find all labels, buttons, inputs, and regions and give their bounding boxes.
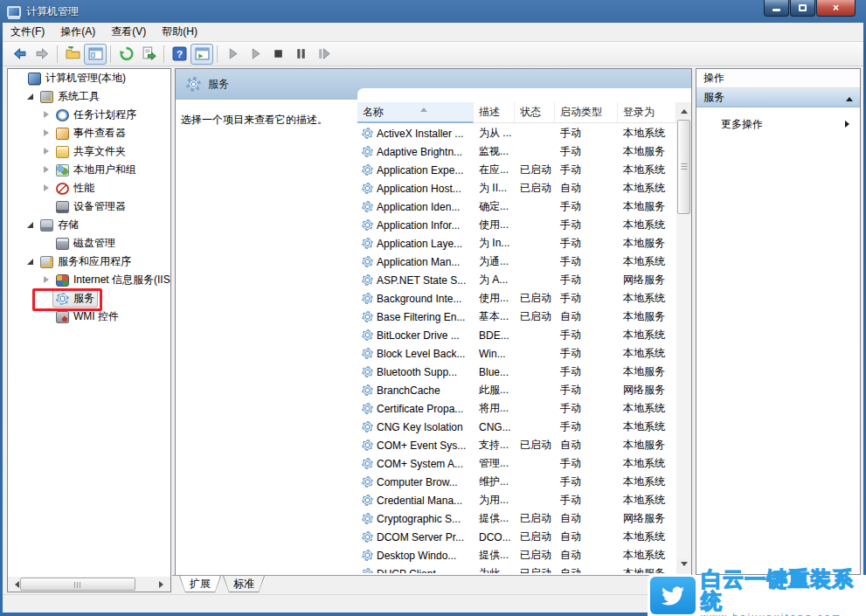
service-row[interactable]: BranchCache 此服... 手动 网络服务 [357,381,676,399]
service-row[interactable]: Application Laye... 为 In... 手动 本地服务 [357,234,676,253]
service-row[interactable]: Base Filtering En... 基本... 已启动 自动 本地服务 [357,308,676,326]
service-row[interactable]: DCOM Server Pr... DCO... 已启动 自动 本地系统 [357,528,676,546]
tree-item[interactable]: 存储 [8,216,170,234]
restart-service-icon[interactable] [312,44,335,65]
expander-icon[interactable] [41,311,52,322]
start-service-icon[interactable] [221,44,244,65]
service-name: Application Infor... [377,219,460,232]
service-row[interactable]: DHCP Client 为此... 已启动 自动 本地服务 [357,564,676,573]
service-row[interactable]: Desktop Windo... 提供... 已启动 自动 本地系统 [357,546,676,564]
service-row[interactable]: COM+ System A... 管理... 手动 本地系统 [357,454,676,473]
service-row[interactable]: ASP.NET State S... 为 A... 手动 网络服务 [357,271,676,289]
close-button[interactable]: × [816,0,856,17]
menu-item[interactable]: 帮助(H) [154,22,205,42]
service-row[interactable]: Block Level Back... Win... 手动 本地系统 [357,344,676,363]
service-row[interactable]: COM+ Event Sys... 支持... 已启动 自动 本地服务 [357,436,676,454]
service-row[interactable]: Application Expe... 在应... 已启动 手动 本地系统 [357,161,676,179]
export-list-icon[interactable] [137,44,160,65]
tree-item[interactable]: 性能 [8,179,170,197]
tree-item[interactable]: 共享文件夹 [8,142,170,161]
tree-item[interactable]: 服务 [8,289,170,308]
service-status: 已启动 [515,529,555,544]
column-header[interactable]: 描述 [474,102,515,123]
tree-item[interactable]: Internet 信息服务(IIS)管 [8,271,170,289]
tree-item[interactable]: 系统工具 [8,87,170,106]
service-row[interactable]: Background Inte... 使用... 已启动 手动 本地系统 [357,289,676,308]
pause-service-icon[interactable] [289,44,312,65]
tab-extended[interactable]: 扩展 [179,576,221,592]
expander-icon[interactable] [41,293,52,304]
tree-item[interactable]: WMI 控件 [8,308,170,326]
minimize-icon [772,9,780,11]
service-row[interactable]: Credential Mana... 为用... 手动 本地系统 [357,491,676,509]
scroll-up-icon[interactable] [676,102,691,117]
tree-item[interactable]: 本地用户和组 [8,161,170,179]
column-header[interactable]: 状态 [515,102,555,123]
services-gear-icon [186,77,201,92]
folder-icon[interactable] [61,44,84,65]
service-row[interactable]: Application Man... 为通... 手动 本地系统 [357,253,676,271]
tree-item[interactable]: 事件查看器 [8,124,170,142]
service-row[interactable]: Bluetooth Supp... Blue... 手动 本地服务 [357,363,676,381]
expander-icon[interactable] [25,256,37,267]
column-header[interactable]: 启动类型 [555,102,618,123]
menu-item[interactable]: 操作(A) [52,22,103,42]
service-row[interactable]: ActiveX Installer ... 为从 ... 手动 本地系统 [357,124,676,142]
service-row[interactable]: Application Iden... 确定... 手动 本地服务 [357,197,676,216]
title-bar[interactable]: 计算机管理 × [0,0,866,23]
service-name: Bluetooth Supp... [377,366,457,378]
expander-icon[interactable] [13,73,24,84]
service-row[interactable]: BitLocker Drive ... BDE... 手动 本地系统 [357,326,676,344]
scroll-down-icon[interactable] [676,558,691,573]
expander-icon[interactable] [41,183,52,194]
expander-icon[interactable] [41,146,52,157]
expander-icon[interactable] [41,274,52,286]
column-header[interactable]: 登录为 [618,102,676,123]
refresh-icon[interactable] [114,44,137,65]
show-console-tree-icon[interactable] [84,44,107,65]
more-actions-item[interactable]: 更多操作 [696,114,860,134]
expander-icon[interactable] [41,109,52,121]
expander-icon[interactable] [41,238,52,249]
restore-button[interactable] [790,0,815,17]
menu-item[interactable]: 查看(V) [103,22,154,42]
expander-icon[interactable] [41,164,52,176]
service-row[interactable]: Adaptive Brightn... 监视... 手动 本地服务 [357,142,676,161]
tree-item[interactable]: 任务计划程序 [8,106,170,124]
service-row[interactable]: CNG Key Isolation CNG... 手动 本地系统 [357,418,676,436]
service-row[interactable]: Certificate Propa... 将用... 手动 本地系统 [357,399,676,418]
resume-service-icon[interactable] [244,44,267,65]
service-gear-icon [362,366,373,377]
show-action-pane-icon[interactable] [191,44,213,65]
expander-icon[interactable] [41,201,52,212]
column-header[interactable]: 名称 [357,102,474,123]
expander-icon[interactable] [41,128,52,139]
collapse-section-icon[interactable] [846,93,853,101]
tab-standard[interactable]: 标准 [223,576,265,592]
tree-item[interactable]: 磁盘管理 [8,234,170,253]
scrollbar-thumb[interactable] [20,578,135,591]
service-name: Cryptographic S... [377,513,461,525]
scroll-right-icon[interactable] [156,577,170,592]
help-icon[interactable]: ? [168,44,191,65]
back-icon[interactable] [8,44,31,65]
tree-item[interactable]: 计算机管理(本地) [8,69,170,87]
list-vertical-scrollbar[interactable] [676,102,691,574]
service-row[interactable]: Application Infor... 使用... 手动 本地系统 [357,216,676,234]
menu-item[interactable]: 文件(F) [3,22,52,42]
service-row[interactable]: Computer Brow... 维护... 手动 本地系统 [357,473,676,491]
scrollbar-thumb[interactable] [677,120,690,214]
service-row[interactable]: Cryptographic S... 提供... 已启动 自动 网络服务 [357,509,676,528]
actions-services-section[interactable]: 服务 [696,88,860,107]
minimize-button[interactable] [764,0,789,17]
stop-service-icon[interactable] [267,44,289,65]
app-icon [7,6,21,17]
tree-item[interactable]: 设备管理器 [8,197,170,216]
tree-horizontal-scrollbar[interactable] [8,577,170,592]
expander-icon[interactable] [25,219,37,231]
toolbar: ? [3,42,863,66]
expander-icon[interactable] [25,91,37,102]
forward-icon[interactable] [31,44,53,65]
tree-item[interactable]: 服务和应用程序 [8,253,170,271]
service-row[interactable]: Application Host... 为 II... 已启动 自动 本地系统 [357,179,676,197]
